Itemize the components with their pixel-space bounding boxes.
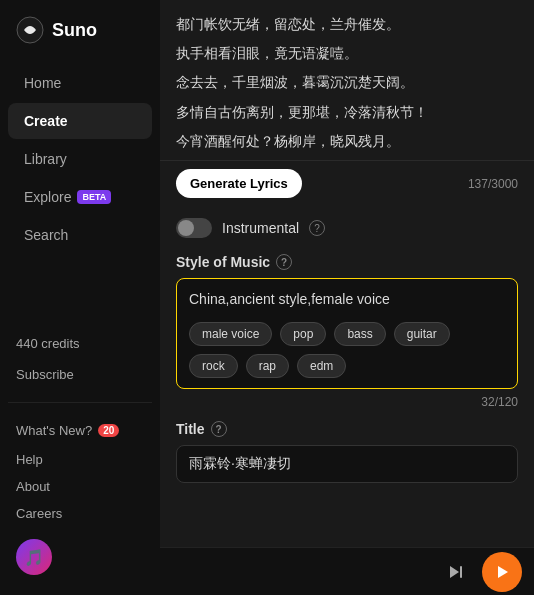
suno-logo-icon (16, 16, 44, 44)
title-input[interactable] (176, 445, 518, 483)
toggle-knob (178, 220, 194, 236)
credits-display[interactable]: 440 credits (0, 328, 160, 359)
lyrics-line-4: 多情自古伤离别，更那堪，冷落清秋节！ (176, 100, 518, 125)
logo-text: Suno (52, 20, 97, 41)
title-help-icon[interactable]: ? (211, 421, 227, 437)
lyrics-line-3: 念去去，千里烟波，暮霭沉沉楚天阔。 (176, 70, 518, 95)
style-tag-rock[interactable]: rock (189, 354, 238, 378)
lyrics-text: 都门帐饮无绪，留恋处，兰舟催发。 执手相看泪眼，竟无语凝噎。 念去去，千里烟波，… (176, 12, 518, 154)
svg-marker-3 (498, 566, 508, 578)
style-label-text: Style of Music (176, 254, 270, 270)
title-section: Title ? (160, 409, 534, 483)
skip-button[interactable] (438, 554, 474, 590)
instrumental-label: Instrumental (222, 220, 299, 236)
sidebar-item-home[interactable]: Home (8, 65, 152, 101)
lyrics-area: 都门帐饮无绪，留恋处，兰舟催发。 执手相看泪眼，竟无语凝噎。 念去去，千里烟波，… (160, 0, 534, 160)
sidebar-item-search[interactable]: Search (8, 217, 152, 253)
style-char-count: 32/120 (160, 389, 534, 409)
skip-icon (446, 562, 466, 582)
lyrics-line-2: 执手相看泪眼，竟无语凝噎。 (176, 41, 518, 66)
style-input-value[interactable]: China,ancient style,female voice (189, 289, 505, 310)
style-section-label: Style of Music ? (160, 250, 534, 278)
title-label-text: Title (176, 421, 205, 437)
sidebar-item-help[interactable]: Help (0, 446, 160, 473)
instrumental-help-icon[interactable]: ? (309, 220, 325, 236)
sidebar-item-create[interactable]: Create (8, 103, 152, 139)
sidebar-item-careers[interactable]: Careers (0, 500, 160, 527)
sidebar: Suno Home Create Library Explore BETA Se… (0, 0, 160, 595)
svg-marker-2 (450, 566, 459, 578)
play-button[interactable] (482, 552, 522, 592)
explore-label: Explore (24, 189, 71, 205)
subscribe-button[interactable]: Subscribe (0, 359, 160, 390)
user-avatar[interactable]: 🎵 (16, 539, 52, 575)
style-tag-pop[interactable]: pop (280, 322, 326, 346)
explore-beta-badge: BETA (77, 190, 111, 204)
whats-new-badge: 20 (98, 424, 119, 437)
style-tag-bass[interactable]: bass (334, 322, 385, 346)
instrumental-row: Instrumental ? (160, 206, 534, 250)
title-label: Title ? (176, 421, 518, 437)
play-icon (494, 564, 510, 580)
whats-new-label: What's New? (16, 423, 92, 438)
sidebar-item-about[interactable]: About (0, 473, 160, 500)
sidebar-item-library[interactable]: Library (8, 141, 152, 177)
style-textarea-wrapper[interactable]: China,ancient style,female voice male vo… (176, 278, 518, 389)
svg-rect-1 (460, 566, 462, 578)
generate-lyrics-button[interactable]: Generate Lyrics (176, 169, 302, 198)
lyrics-line-5: 今宵酒醒何处？杨柳岸，晓风残月。 (176, 129, 518, 154)
instrumental-toggle[interactable] (176, 218, 212, 238)
whats-new-item[interactable]: What's New? 20 (0, 415, 160, 446)
sidebar-divider (8, 402, 152, 403)
logo: Suno (0, 16, 160, 64)
style-tag-rap[interactable]: rap (246, 354, 289, 378)
style-tag-male-voice[interactable]: male voice (189, 322, 272, 346)
style-help-icon[interactable]: ? (276, 254, 292, 270)
sidebar-item-explore[interactable]: Explore BETA (8, 179, 152, 215)
style-tag-guitar[interactable]: guitar (394, 322, 450, 346)
lyrics-line-1: 都门帐饮无绪，留恋处，兰舟催发。 (176, 12, 518, 37)
style-tags: male voice pop bass guitar rock rap edm (189, 322, 505, 378)
lyrics-char-count: 137/3000 (468, 177, 518, 191)
main-content: 都门帐饮无绪，留恋处，兰舟催发。 执手相看泪眼，竟无语凝噎。 念去去，千里烟波，… (160, 0, 534, 595)
lyrics-controls: Generate Lyrics 137/3000 (160, 160, 534, 206)
player-bar (160, 547, 534, 595)
style-tag-edm[interactable]: edm (297, 354, 346, 378)
